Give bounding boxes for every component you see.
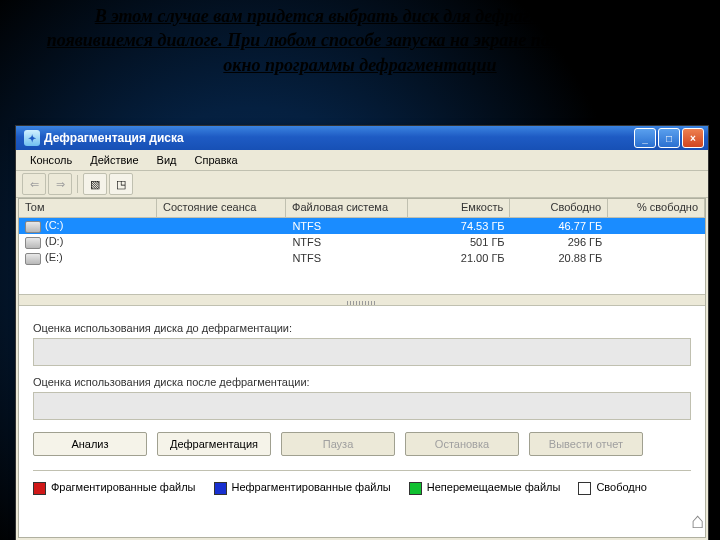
cell-capacity: 21.00 ГБ xyxy=(408,252,510,264)
cell-fs: NTFS xyxy=(286,252,408,264)
close-button[interactable]: × xyxy=(682,128,704,148)
col-capacity[interactable]: Емкость xyxy=(408,199,510,217)
legend-item: Неперемещаемые файлы xyxy=(409,481,561,495)
col-volume[interactable]: Том xyxy=(19,199,157,217)
defrag-window: ✦ Дефрагментация диска _ □ × Консоль Дей… xyxy=(15,125,709,540)
toolbar-separator xyxy=(77,175,78,193)
cell-fs: NTFS xyxy=(286,220,408,232)
map-after xyxy=(33,392,691,420)
menubar: Консоль Действие Вид Справка xyxy=(16,150,708,171)
cell-free: 20.88 ГБ xyxy=(511,252,609,264)
drive-icon xyxy=(25,253,41,265)
swatch-free xyxy=(578,482,591,495)
legend-item: Свободно xyxy=(578,481,647,495)
cell-free: 296 ГБ xyxy=(511,236,609,248)
menu-help[interactable]: Справка xyxy=(187,152,246,168)
titlebar[interactable]: ✦ Дефрагментация диска _ □ × xyxy=(16,126,708,150)
table-row[interactable]: (E:) NTFS 21.00 ГБ 20.88 ГБ xyxy=(19,250,705,266)
col-state[interactable]: Состояние сеанса xyxy=(157,199,286,217)
grid-header: Том Состояние сеанса Файловая система Ем… xyxy=(19,199,705,218)
cell-fs: NTFS xyxy=(286,236,408,248)
analyze-button[interactable]: Анализ xyxy=(33,432,147,456)
drive-icon xyxy=(25,237,41,249)
col-fs[interactable]: Файловая система xyxy=(286,199,408,217)
legend: Фрагментированные файлы Нефрагментирован… xyxy=(33,470,691,495)
home-icon[interactable]: ⌂ xyxy=(691,508,704,534)
menu-action[interactable]: Действие xyxy=(82,152,146,168)
toolbar-view1-button[interactable]: ▧ xyxy=(83,173,107,195)
splitter-grip-icon xyxy=(347,301,377,305)
swatch-unmov xyxy=(409,482,422,495)
app-icon: ✦ xyxy=(24,130,40,146)
splitter[interactable] xyxy=(19,294,705,306)
report-button[interactable]: Вывести отчет xyxy=(529,432,643,456)
drive-icon xyxy=(25,221,41,233)
cell-capacity: 501 ГБ xyxy=(408,236,510,248)
cell-free: 46.77 ГБ xyxy=(511,220,609,232)
minimize-button[interactable]: _ xyxy=(634,128,656,148)
cell-volume: (E:) xyxy=(45,251,63,263)
legend-item: Фрагментированные файлы xyxy=(33,481,196,495)
toolbar: ⇐ ⇒ ▧ ◳ xyxy=(16,171,708,198)
maximize-button[interactable]: □ xyxy=(658,128,680,148)
cell-volume: (C:) xyxy=(45,219,63,231)
legend-label: Фрагментированные файлы xyxy=(51,481,196,493)
grid-body: (C:) NTFS 74.53 ГБ 46.77 ГБ (D:) NTFS 50… xyxy=(19,218,705,266)
label-before: Оценка использования диска до дефрагмент… xyxy=(33,322,691,334)
swatch-unfrag xyxy=(214,482,227,495)
table-row[interactable]: (D:) NTFS 501 ГБ 296 ГБ xyxy=(19,234,705,250)
content-pane: Том Состояние сеанса Файловая система Ем… xyxy=(18,198,706,538)
menu-view[interactable]: Вид xyxy=(149,152,185,168)
map-before xyxy=(33,338,691,366)
cell-capacity: 74.53 ГБ xyxy=(408,220,510,232)
slide-caption: В этом случае вам придется выбрать диск … xyxy=(0,0,720,77)
menu-console[interactable]: Консоль xyxy=(22,152,80,168)
toolbar-view2-button[interactable]: ◳ xyxy=(109,173,133,195)
back-button[interactable]: ⇐ xyxy=(22,173,46,195)
legend-label: Свободно xyxy=(596,481,647,493)
swatch-frag xyxy=(33,482,46,495)
legend-item: Нефрагментированные файлы xyxy=(214,481,391,495)
forward-button[interactable]: ⇒ xyxy=(48,173,72,195)
lower-pane: Оценка использования диска до дефрагмент… xyxy=(19,306,705,501)
legend-label: Неперемещаемые файлы xyxy=(427,481,561,493)
legend-label: Нефрагментированные файлы xyxy=(232,481,391,493)
col-free[interactable]: Свободно xyxy=(510,199,608,217)
col-pctfree[interactable]: % свободно xyxy=(608,199,705,217)
label-after: Оценка использования диска после дефрагм… xyxy=(33,376,691,388)
pause-button[interactable]: Пауза xyxy=(281,432,395,456)
defrag-button[interactable]: Дефрагментация xyxy=(157,432,271,456)
stop-button[interactable]: Остановка xyxy=(405,432,519,456)
cell-volume: (D:) xyxy=(45,235,63,247)
table-row[interactable]: (C:) NTFS 74.53 ГБ 46.77 ГБ xyxy=(19,218,705,234)
window-title: Дефрагментация диска xyxy=(44,131,634,145)
button-row: Анализ Дефрагментация Пауза Остановка Вы… xyxy=(33,432,691,456)
